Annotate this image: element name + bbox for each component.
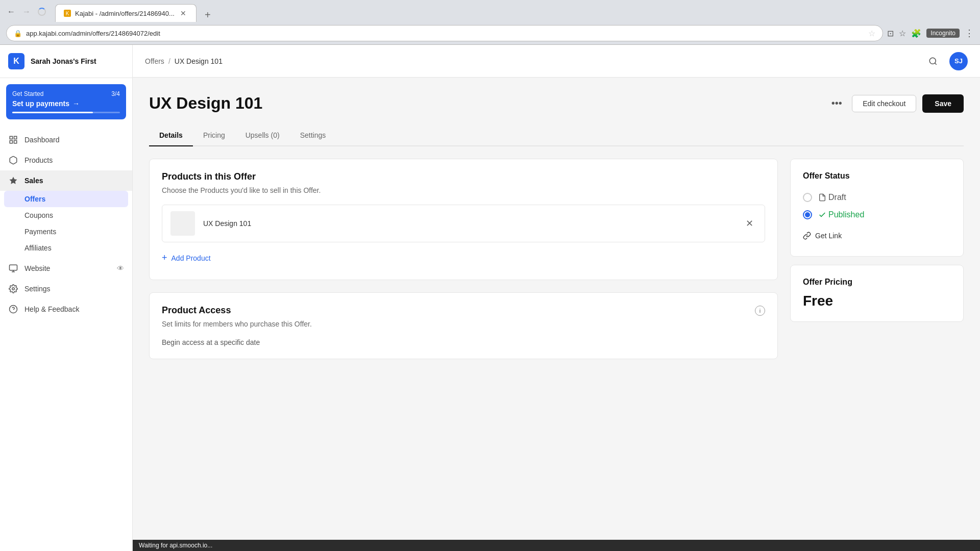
page-title: UX Design 101 bbox=[149, 94, 262, 113]
lock-icon: 🔒 bbox=[14, 30, 22, 37]
more-options-button[interactable]: ••• bbox=[827, 94, 846, 113]
bookmark-icon[interactable]: ☆ bbox=[899, 29, 906, 38]
address-bar[interactable]: 🔒 app.kajabi.com/admin/offers/2148694072… bbox=[6, 25, 883, 41]
more-dots-icon: ••• bbox=[831, 97, 842, 109]
products-card-subtitle: Choose the Products you'd like to sell i… bbox=[162, 186, 765, 194]
settings-icon bbox=[8, 284, 18, 294]
website-label: Website bbox=[24, 264, 111, 272]
sidebar-item-sales[interactable]: Sales bbox=[0, 170, 132, 191]
forward-button[interactable]: → bbox=[19, 5, 34, 19]
help-label: Help & Feedback bbox=[24, 305, 79, 313]
help-icon bbox=[8, 304, 18, 314]
tab-settings[interactable]: Settings bbox=[290, 125, 336, 146]
sidebar-sub-offers[interactable]: Offers bbox=[4, 191, 128, 207]
breadcrumb-parent[interactable]: Offers bbox=[145, 57, 164, 65]
left-column: Products in this Offer Choose the Produc… bbox=[149, 159, 778, 371]
company-name: Sarah Jonas's First bbox=[31, 57, 96, 65]
tab-close-button[interactable]: ✕ bbox=[179, 9, 188, 18]
sidebar-item-website[interactable]: Website 👁 bbox=[0, 258, 132, 279]
edit-checkout-button[interactable]: Edit checkout bbox=[852, 95, 916, 112]
products-card: Products in this Offer Choose the Produc… bbox=[149, 159, 778, 280]
page-content: UX Design 101 ••• Edit checkout Save Det… bbox=[133, 78, 980, 540]
offer-status-card: Offer Status Draft bbox=[790, 159, 964, 257]
extension-icon[interactable]: 🧩 bbox=[911, 29, 921, 38]
breadcrumb: Offers / UX Design 101 bbox=[145, 57, 223, 65]
get-started-label: Get Started bbox=[12, 90, 43, 97]
sidebar-item-products[interactable]: Products bbox=[0, 150, 132, 170]
save-button[interactable]: Save bbox=[922, 94, 964, 113]
top-bar-actions: SJ bbox=[925, 52, 968, 70]
published-radio[interactable] bbox=[803, 210, 812, 219]
website-icon bbox=[8, 263, 18, 273]
get-started-progress: 3/4 bbox=[111, 90, 120, 97]
tab-pricing[interactable]: Pricing bbox=[193, 125, 235, 146]
avatar[interactable]: SJ bbox=[949, 52, 968, 70]
settings-label: Settings bbox=[24, 285, 51, 293]
sidebar-item-settings[interactable]: Settings bbox=[0, 279, 132, 299]
svg-line-12 bbox=[935, 63, 936, 64]
svg-rect-1 bbox=[14, 136, 17, 139]
pricing-value: Free bbox=[803, 293, 951, 309]
tab-details[interactable]: Details bbox=[149, 125, 193, 146]
info-icon[interactable]: i bbox=[755, 306, 765, 316]
active-tab[interactable]: K Kajabi - /admin/offers/21486940... ✕ bbox=[55, 4, 197, 22]
svg-rect-5 bbox=[10, 265, 17, 270]
top-bar: Offers / UX Design 101 SJ bbox=[133, 45, 980, 78]
page-header: UX Design 101 ••• Edit checkout Save bbox=[149, 94, 964, 113]
svg-point-8 bbox=[12, 288, 15, 290]
add-icon: + bbox=[162, 253, 167, 263]
star-icon[interactable]: ☆ bbox=[868, 29, 875, 38]
tab-upsells[interactable]: Upsells (0) bbox=[235, 125, 290, 146]
profile-icon[interactable]: Incognito bbox=[926, 29, 960, 38]
product-access-card: Product Access i Set limits for members … bbox=[149, 292, 778, 359]
page-header-actions: ••• Edit checkout Save bbox=[827, 94, 964, 113]
browser-action-icons: ⊡ ☆ 🧩 Incognito ⋮ bbox=[887, 28, 974, 39]
dashboard-label: Dashboard bbox=[24, 136, 60, 144]
status-bar: Waiting for api.smooch.io... bbox=[133, 540, 980, 551]
get-link-label: Get Link bbox=[815, 232, 842, 240]
svg-marker-4 bbox=[10, 177, 17, 184]
svg-rect-2 bbox=[10, 141, 12, 143]
add-product-button[interactable]: + Add Product bbox=[162, 248, 211, 267]
breadcrumb-separator: / bbox=[168, 57, 170, 65]
svg-point-11 bbox=[929, 58, 936, 64]
product-remove-button[interactable]: ✕ bbox=[742, 216, 756, 231]
sidebar-item-help[interactable]: Help & Feedback bbox=[0, 299, 132, 319]
sales-icon bbox=[8, 176, 18, 186]
sidebar-sub-affiliates[interactable]: Affiliates bbox=[0, 240, 132, 256]
sales-label: Sales bbox=[24, 177, 43, 185]
menu-icon[interactable]: ⋮ bbox=[965, 28, 974, 39]
url-text: app.kajabi.com/admin/offers/2148694072/e… bbox=[26, 30, 864, 37]
content-grid: Products in this Offer Choose the Produc… bbox=[149, 159, 964, 371]
tab-title: Kajabi - /admin/offers/21486940... bbox=[75, 10, 175, 17]
product-access-begin: Begin access at a specific date bbox=[162, 338, 765, 346]
cast-icon[interactable]: ⊡ bbox=[887, 29, 894, 38]
get-link-button[interactable]: Get Link bbox=[803, 228, 842, 244]
search-button[interactable] bbox=[925, 53, 941, 69]
products-icon bbox=[8, 155, 18, 165]
get-started-banner[interactable]: Get Started 3/4 Set up payments → bbox=[6, 84, 126, 119]
dashboard-icon bbox=[8, 135, 18, 145]
sidebar-logo: K bbox=[8, 53, 24, 69]
sidebar-sub-coupons[interactable]: Coupons bbox=[0, 207, 132, 223]
status-option-draft[interactable]: Draft bbox=[803, 189, 951, 206]
published-radio-inner bbox=[805, 212, 810, 217]
add-product-label: Add Product bbox=[172, 254, 211, 262]
sidebar-sub-payments[interactable]: Payments bbox=[0, 223, 132, 240]
status-option-published[interactable]: Published bbox=[803, 206, 951, 223]
published-label: Published bbox=[818, 210, 864, 219]
back-button[interactable]: ← bbox=[4, 5, 18, 19]
draft-radio[interactable] bbox=[803, 193, 812, 202]
offer-pricing-title: Offer Pricing bbox=[803, 278, 951, 287]
new-tab-button[interactable]: + bbox=[201, 8, 215, 22]
tab-favicon: K bbox=[64, 10, 71, 17]
product-access-title: Product Access bbox=[162, 305, 231, 316]
product-access-subtitle: Set limits for members who purchase this… bbox=[162, 320, 765, 328]
offer-pricing-card: Offer Pricing Free bbox=[790, 265, 964, 322]
product-thumbnail bbox=[170, 211, 195, 236]
products-label: Products bbox=[24, 156, 53, 164]
sidebar-item-dashboard[interactable]: Dashboard bbox=[0, 130, 132, 150]
sidebar-header: K Sarah Jonas's First bbox=[0, 45, 132, 78]
get-started-title: Set up payments → bbox=[12, 99, 120, 108]
right-column: Offer Status Draft bbox=[790, 159, 964, 371]
